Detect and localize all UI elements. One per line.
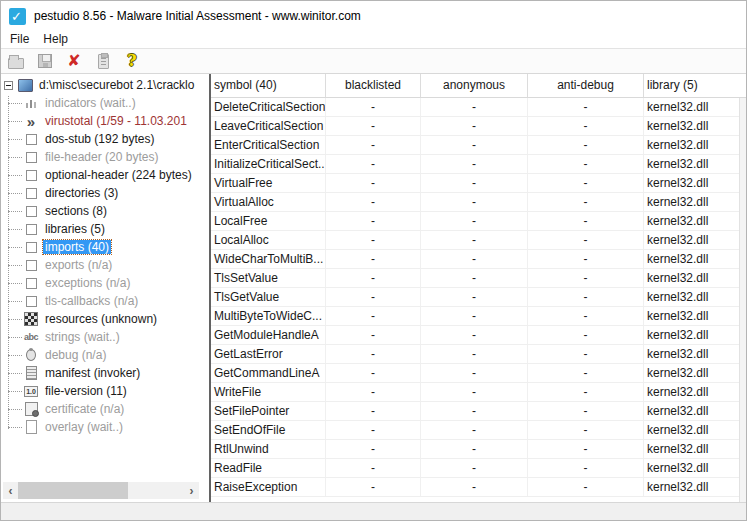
menu-file[interactable]: File (3, 31, 36, 48)
table-row[interactable]: InitializeCriticalSect...---kernel32.dll (211, 155, 746, 174)
tree-connector (8, 391, 22, 392)
tree-item-sections[interactable]: sections (8) (1, 202, 203, 220)
cell-anti-debug: - (528, 155, 644, 174)
cell-anti-debug: - (528, 193, 644, 212)
cell-blacklisted: - (326, 326, 421, 345)
cell-blacklisted: - (326, 117, 421, 136)
open-file-icon (8, 58, 24, 69)
collapse-toggle-icon[interactable] (4, 81, 13, 90)
tree-connector (8, 337, 22, 338)
scrollbar-thumb[interactable] (18, 482, 128, 499)
cell-anti-debug: - (528, 117, 644, 136)
tree-connector (8, 427, 22, 428)
cell-anonymous: - (421, 288, 528, 307)
cell-library: kernel32.dll (644, 345, 746, 364)
column-header-blacklisted[interactable]: blacklisted (326, 74, 421, 98)
cell-anti-debug: - (528, 136, 644, 155)
tree-connector (8, 355, 22, 356)
tree-item-file-version[interactable]: file-version (11) (1, 382, 203, 400)
tree-item-label: tls-callbacks (n/a) (43, 294, 140, 308)
fileversion-icon (23, 384, 39, 398)
table-row[interactable]: TlsSetValue---kernel32.dll (211, 269, 746, 288)
table-row[interactable]: WriteFile---kernel32.dll (211, 383, 746, 402)
tree-item-indicators[interactable]: indicators (wait..) (1, 94, 203, 112)
cell-blacklisted: - (326, 364, 421, 383)
column-header-anti-debug[interactable]: anti-debug (528, 74, 644, 98)
table-row[interactable]: LocalAlloc---kernel32.dll (211, 231, 746, 250)
debug-icon (23, 348, 39, 362)
table-row[interactable]: ReadFile---kernel32.dll (211, 459, 746, 478)
tree-horizontal-scrollbar[interactable]: ‹ › (3, 482, 199, 499)
tree-item-manifest[interactable]: manifest (invoker) (1, 364, 203, 382)
tree-item-label: debug (n/a) (43, 348, 108, 362)
tree-item-exports[interactable]: exports (n/a) (1, 256, 203, 274)
table-row[interactable]: VirtualFree---kernel32.dll (211, 174, 746, 193)
cell-library: kernel32.dll (644, 250, 746, 269)
cell-blacklisted: - (326, 155, 421, 174)
table-row[interactable]: MultiByteToWideC...---kernel32.dll (211, 307, 746, 326)
cell-library: kernel32.dll (644, 269, 746, 288)
cell-library: kernel32.dll (644, 288, 746, 307)
table-row[interactable]: LocalFree---kernel32.dll (211, 212, 746, 231)
scroll-right-icon[interactable]: › (184, 482, 199, 499)
column-header-symbol[interactable]: symbol (40) (211, 74, 326, 98)
checkbox-icon (23, 258, 39, 272)
app-icon (9, 8, 26, 25)
tree-item-overlay[interactable]: overlay (wait..) (1, 418, 203, 436)
cell-symbol: GetCommandLineA (211, 364, 326, 383)
menu-help[interactable]: Help (36, 31, 75, 48)
tree-item-strings[interactable]: strings (wait..) (1, 328, 203, 346)
cell-symbol: LocalFree (211, 212, 326, 231)
tree-item-virustotal[interactable]: virustotal (1/59 - 11.03.201 (1, 112, 203, 130)
tree-item-debug[interactable]: debug (n/a) (1, 346, 203, 364)
panel-splitter[interactable] (203, 74, 211, 502)
table-row[interactable]: GetModuleHandleA---kernel32.dll (211, 326, 746, 345)
tree-item-directories[interactable]: directories (3) (1, 184, 203, 202)
remove-button[interactable] (64, 51, 84, 71)
cell-blacklisted: - (326, 459, 421, 478)
scroll-left-icon[interactable]: ‹ (3, 482, 18, 499)
tree-item-imports[interactable]: imports (40) (1, 238, 203, 256)
column-header-anonymous[interactable]: anonymous (421, 74, 528, 98)
table-row[interactable]: LeaveCriticalSection---kernel32.dll (211, 117, 746, 136)
table-row[interactable]: DeleteCriticalSection---kernel32.dll (211, 98, 746, 117)
status-bar (1, 502, 746, 520)
window-title: pestudio 8.56 - Malware Initial Assessme… (34, 9, 361, 23)
table-row[interactable]: RaiseException---kernel32.dll (211, 478, 746, 497)
tree-item-dos-stub[interactable]: dos-stub (192 bytes) (1, 130, 203, 148)
tree-connector (8, 139, 22, 140)
table-row[interactable]: TlsGetValue---kernel32.dll (211, 288, 746, 307)
table-row[interactable]: GetCommandLineA---kernel32.dll (211, 364, 746, 383)
tree-item-label: exports (n/a) (43, 258, 114, 272)
table-row[interactable]: GetLastError---kernel32.dll (211, 345, 746, 364)
cell-library: kernel32.dll (644, 307, 746, 326)
table-row[interactable]: SetFilePointer---kernel32.dll (211, 402, 746, 421)
tree-item-file-header[interactable]: file-header (20 bytes) (1, 148, 203, 166)
table-row[interactable]: RtlUnwind---kernel32.dll (211, 440, 746, 459)
cell-anonymous: - (421, 98, 528, 117)
tree-item-root[interactable]: d:\misc\securebot 2.1\cracklo (1, 76, 203, 94)
cell-anti-debug: - (528, 364, 644, 383)
help-button[interactable] (122, 51, 142, 71)
pestudio-window: pestudio 8.56 - Malware Initial Assessme… (0, 0, 747, 521)
tree-item-resources[interactable]: resources (unknown) (1, 310, 203, 328)
tree-item-certificate[interactable]: certificate (n/a) (1, 400, 203, 418)
table-row[interactable]: WideCharToMultiB...---kernel32.dll (211, 250, 746, 269)
table-row[interactable]: VirtualAlloc---kernel32.dll (211, 193, 746, 212)
cell-library: kernel32.dll (644, 212, 746, 231)
cell-library: kernel32.dll (644, 383, 746, 402)
tree-connector (8, 157, 22, 158)
scrollbar-track[interactable] (18, 482, 184, 499)
tree-item-libraries[interactable]: libraries (5) (1, 220, 203, 238)
tree-connector (8, 301, 22, 302)
tree-item-tls-callbacks[interactable]: tls-callbacks (n/a) (1, 292, 203, 310)
tree-connector (8, 283, 22, 284)
column-header-library[interactable]: library (5) (644, 74, 746, 98)
table-row[interactable]: EnterCriticalSection---kernel32.dll (211, 136, 746, 155)
tree-item-optional-header[interactable]: optional-header (224 bytes) (1, 166, 203, 184)
table-vertical-scrollbar[interactable] (739, 98, 746, 502)
table-row[interactable]: SetEndOfFile---kernel32.dll (211, 421, 746, 440)
cell-anonymous: - (421, 459, 528, 478)
cell-library: kernel32.dll (644, 136, 746, 155)
tree-item-exceptions[interactable]: exceptions (n/a) (1, 274, 203, 292)
